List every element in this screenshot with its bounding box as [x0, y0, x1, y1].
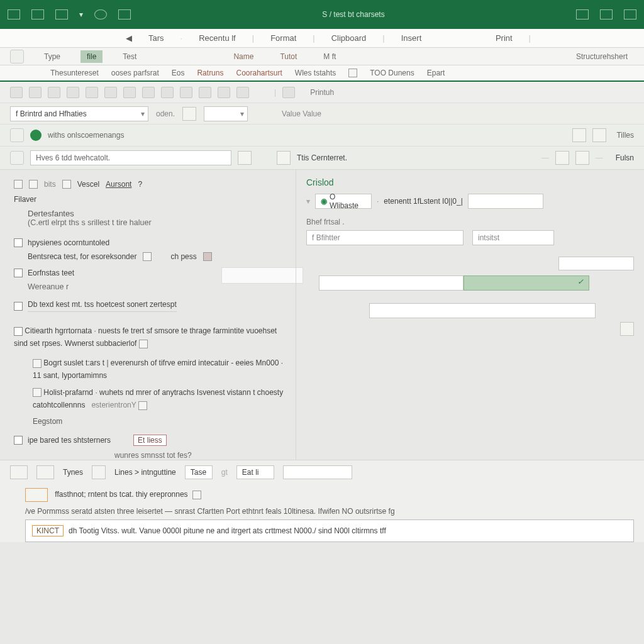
checkbox-c2[interactable]: [14, 269, 23, 277]
c4-label: Citiearth hgrrtornata: [25, 326, 92, 335]
size-combo[interactable]: ▾: [204, 106, 248, 121]
b2-endicon[interactable]: [138, 401, 147, 410]
tool-icon[interactable]: [161, 87, 174, 98]
tab2-3[interactable]: Ratruns: [197, 69, 223, 77]
row4-btn[interactable]: [575, 151, 589, 165]
help-icon[interactable]: ?: [138, 180, 142, 189]
eatii-field[interactable]: Eat li: [236, 465, 274, 479]
checkbox-c4[interactable]: [14, 327, 23, 336]
menu-insert[interactable]: Insert: [401, 33, 422, 43]
c1-icon[interactable]: [143, 252, 152, 261]
app-icon[interactable]: [8, 9, 20, 19]
footer-icon[interactable]: [10, 465, 28, 479]
minimize-icon[interactable]: [576, 9, 589, 19]
db-field[interactable]: ◉ O Wlibaste: [315, 194, 372, 209]
tab-test[interactable]: Test: [116, 50, 143, 63]
c1-sub: Bentsreca test, for esoreksonder: [28, 252, 136, 261]
filter-input-2[interactable]: [472, 230, 554, 245]
row4-btn[interactable]: [238, 151, 252, 165]
tab-mft[interactable]: M ft: [317, 50, 342, 63]
tab2-1[interactable]: ooses parfsrat: [111, 69, 159, 77]
menu-format[interactable]: Format: [270, 33, 296, 43]
tool-icon[interactable]: [199, 87, 211, 98]
tb-icon-5[interactable]: [118, 9, 131, 19]
filter-input-1[interactable]: [306, 230, 464, 245]
kinct-button[interactable]: KINCT: [32, 525, 64, 536]
footer-types[interactable]: Tynes: [63, 468, 83, 477]
tab-file-active[interactable]: file: [80, 50, 103, 63]
tab-type[interactable]: Type: [38, 50, 67, 63]
aux-input[interactable]: [558, 257, 634, 270]
tab-home-icon[interactable]: [10, 50, 24, 64]
tool-icon[interactable]: [29, 87, 42, 98]
c1-icon2[interactable]: [203, 252, 212, 261]
tab2-5[interactable]: Wles tstahts: [295, 69, 336, 77]
tb-dropdown-icon[interactable]: ▾: [79, 10, 83, 19]
row3-btn[interactable]: [592, 128, 606, 142]
row4-btn[interactable]: [277, 151, 291, 165]
msg1-icon[interactable]: [192, 491, 201, 499]
footer-field[interactable]: [283, 465, 352, 479]
tb-icon-2[interactable]: [31, 9, 44, 19]
menu-print[interactable]: Print: [496, 33, 513, 43]
checkbox-c5[interactable]: [14, 436, 23, 445]
panel-icon[interactable]: [62, 180, 71, 189]
footer-icon[interactable]: [92, 465, 106, 479]
footer-lines[interactable]: Lines > intnguttine: [114, 468, 176, 477]
c4-endicon[interactable]: [139, 340, 148, 348]
right-header: Crislod: [306, 177, 634, 187]
format-combo[interactable]: f Brintrd and Hfhaties ▾: [10, 106, 148, 121]
menu-clipboard[interactable]: Clipboard: [331, 33, 367, 43]
panel-icon[interactable]: [29, 180, 38, 189]
tool-icon[interactable]: [236, 87, 249, 98]
refresh-icon[interactable]: [94, 9, 107, 19]
tase-field[interactable]: Tase: [185, 465, 213, 479]
c5-button[interactable]: Et liess: [133, 435, 167, 446]
checkbox-c1[interactable]: [14, 238, 23, 247]
tab2-6[interactable]: TOO Dunens: [370, 69, 414, 77]
hdr-vescel[interactable]: Vescel: [77, 180, 99, 189]
long-input[interactable]: [369, 303, 596, 318]
tool-icon[interactable]: [282, 87, 295, 98]
row4-icon[interactable]: [10, 151, 24, 165]
b1-icon[interactable]: [33, 359, 42, 368]
progress-input[interactable]: [319, 275, 464, 291]
tab2-4[interactable]: Coorahartsurt: [236, 69, 282, 77]
text-input[interactable]: [30, 150, 231, 165]
footer-icon[interactable]: [36, 465, 54, 479]
b2-icon[interactable]: [33, 388, 42, 397]
tab2-7[interactable]: Epart: [427, 69, 445, 77]
menu-tabs[interactable]: Tars: [148, 33, 164, 43]
row4-btn[interactable]: [555, 151, 569, 165]
tab-structure[interactable]: Structurehshert: [570, 50, 634, 63]
checkbox-c3[interactable]: [14, 302, 23, 311]
tab2-0[interactable]: Thesuntereset: [50, 69, 99, 77]
tool-icon[interactable]: [123, 87, 136, 98]
tool-icon[interactable]: [218, 87, 230, 98]
tab2-2[interactable]: Eos: [172, 69, 185, 77]
tool-icon[interactable]: [86, 87, 98, 98]
tool-icon[interactable]: [48, 87, 60, 98]
row3-btn[interactable]: [572, 128, 586, 142]
maximize-icon[interactable]: [600, 9, 613, 19]
tool-icon[interactable]: [104, 87, 117, 98]
tool-icon[interactable]: [10, 87, 23, 98]
tool-icon[interactable]: [180, 87, 192, 98]
row3-icon[interactable]: [10, 128, 24, 142]
tab2-icon[interactable]: [348, 69, 357, 77]
tab-tutor[interactable]: Tutot: [274, 50, 303, 63]
nav-prev-icon[interactable]: ◀: [126, 33, 132, 43]
menu-recent[interactable]: Recentu lf: [199, 33, 236, 43]
panel-icon[interactable]: [14, 180, 23, 189]
mini-btn[interactable]: [182, 107, 196, 121]
tab-name[interactable]: Name: [227, 50, 260, 63]
tool-icon[interactable]: [67, 87, 79, 98]
footer-msg2: /ve Pormmss seratd atsten three leiserte…: [25, 507, 634, 516]
expand-icon[interactable]: ▾: [306, 197, 310, 206]
tool-icon[interactable]: [142, 87, 155, 98]
close-icon[interactable]: [624, 9, 636, 19]
hdr-aursont[interactable]: Aursont: [106, 180, 131, 189]
corner-btn[interactable]: [620, 322, 634, 336]
db-input[interactable]: [468, 194, 543, 209]
tb-icon-3[interactable]: [55, 9, 68, 19]
